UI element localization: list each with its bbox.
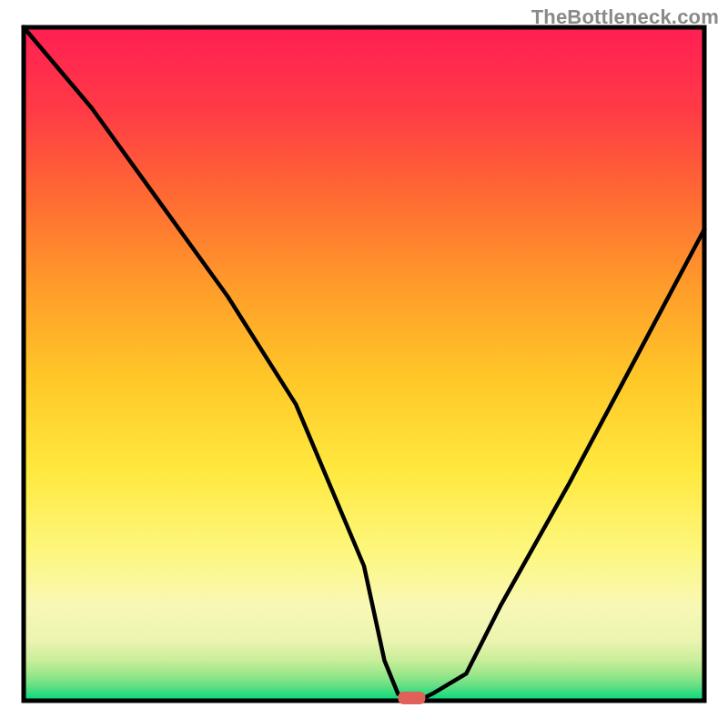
chart-container: TheBottleneck.com <box>0 0 728 728</box>
bottleneck-chart <box>0 0 728 728</box>
optimum-marker <box>398 692 425 704</box>
watermark-text: TheBottleneck.com <box>531 5 719 29</box>
gradient-background <box>24 27 704 701</box>
